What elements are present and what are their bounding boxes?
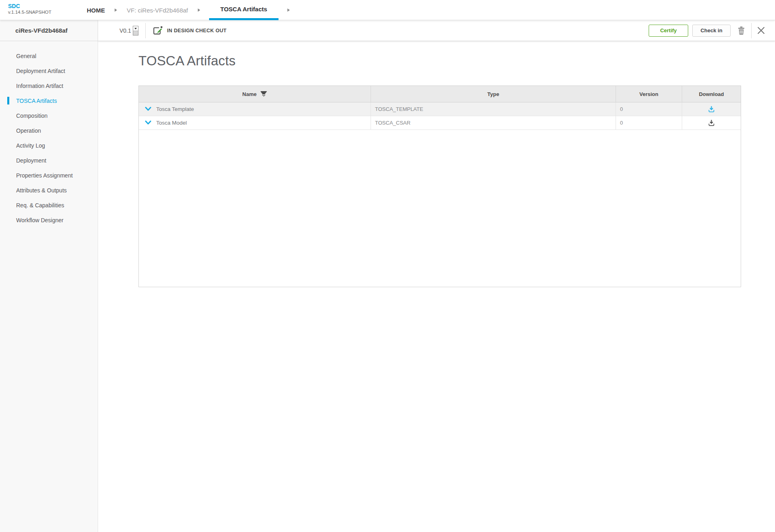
sidebar-item-tosca-artifacts[interactable]: TOSCA Artifacts (0, 93, 98, 108)
sidebar-item-label: Composition (16, 113, 48, 119)
version-label: V0.1 (119, 27, 131, 34)
artifact-type: TOSCA_TEMPLATE (375, 106, 423, 112)
chevron-down-icon (145, 121, 151, 125)
sidebar-item-composition[interactable]: Composition (0, 108, 98, 123)
artifact-name: Tosca Model (156, 120, 187, 126)
workspace-toolbar-row: ciRes-VFd2b468af V0.1 IN DESIGN CHECK OU… (0, 20, 775, 41)
download-icon (708, 119, 715, 126)
cell-name: Tosca Model (139, 116, 371, 129)
delete-button[interactable] (737, 26, 746, 35)
sidebar-item-operation[interactable]: Operation (0, 123, 98, 138)
breadcrumb-arrow-icon (287, 8, 290, 12)
cell-download[interactable] (682, 102, 741, 116)
artifact-type: TOSCA_CSAR (375, 120, 411, 126)
sidebar-item-information-artifact[interactable]: Information Artifact (0, 78, 98, 93)
main-content: TOSCA Artifacts Name Type Version Downlo… (98, 41, 775, 532)
column-header-label: Version (639, 91, 658, 97)
sidebar-menu: General Deployment Artifact Information … (0, 41, 98, 532)
download-icon (708, 106, 715, 113)
app-logo-text: SDC (8, 3, 51, 9)
sidebar-item-label: Req. & Capabilities (16, 202, 64, 209)
lifecycle-status: IN DESIGN CHECK OUT (153, 25, 226, 35)
tosca-artifacts-table: Name Type Version Download (138, 86, 741, 287)
sidebar-item-attributes-outputs[interactable]: Attributes & Outputs (0, 183, 98, 198)
column-header-name[interactable]: Name (139, 86, 371, 102)
lifecycle-status-text: IN DESIGN CHECK OUT (167, 28, 226, 33)
breadcrumb-arrow-icon (198, 8, 200, 12)
active-indicator (7, 97, 9, 104)
page-title: TOSCA Artifacts (138, 53, 236, 69)
column-header-label: Type (487, 91, 499, 97)
breadcrumb-vf[interactable]: VF: ciRes-VFd2b468af (126, 7, 189, 14)
sidebar-item-label: General (16, 53, 36, 59)
sidebar-item-label: TOSCA Artifacts (16, 98, 57, 104)
close-icon (757, 27, 765, 34)
breadcrumb-tosca-artifacts-active[interactable]: TOSCA Artifacts (209, 0, 279, 20)
sidebar-item-deployment[interactable]: Deployment (0, 153, 98, 168)
cell-version: 0 (616, 102, 682, 116)
cell-type: TOSCA_CSAR (371, 116, 616, 129)
toolbar-actions: Certify Check in (649, 23, 765, 38)
sidebar-item-label: Deployment Artifact (16, 68, 65, 74)
cell-version: 0 (616, 116, 682, 129)
sidebar-item-properties-assignment[interactable]: Properties Assignment (0, 168, 98, 183)
column-header-download[interactable]: Download (682, 86, 741, 102)
trash-icon (737, 26, 746, 35)
expand-row-button[interactable] (145, 121, 151, 125)
breadcrumb-home[interactable]: HOME (86, 7, 106, 14)
breadcrumb-arrow-icon (115, 8, 117, 12)
sidebar-item-label: Activity Log (16, 142, 45, 149)
toolbar: V0.1 IN DESIGN CHECK OUT Certify Check i… (98, 20, 775, 41)
top-header: SDC v.1.14.5-SNAPSHOT HOME VF: ciRes-VFd… (0, 0, 775, 20)
toolbar-divider (145, 23, 146, 38)
breadcrumb: HOME VF: ciRes-VFd2b468af TOSCA Artifact… (86, 0, 299, 20)
sidebar-item-label: Operation (16, 127, 41, 134)
sidebar-item-req-capabilities[interactable]: Req. & Capabilities (0, 198, 98, 213)
cell-name: Tosca Template (139, 102, 371, 116)
sidebar-item-activity-log[interactable]: Activity Log (0, 138, 98, 153)
app-logo[interactable]: SDC v.1.14.5-SNAPSHOT (8, 3, 51, 15)
sidebar-item-label: Attributes & Outputs (16, 187, 67, 194)
artifact-version: 0 (620, 106, 623, 112)
sort-triangle-icon (260, 91, 267, 94)
table-row-tosca-model[interactable]: Tosca Model TOSCA_CSAR 0 (139, 116, 741, 130)
chevron-down-icon (145, 107, 151, 111)
toolbar-divider (751, 23, 752, 38)
cell-type: TOSCA_TEMPLATE (371, 102, 616, 116)
column-header-version[interactable]: Version (616, 86, 682, 102)
expand-row-button[interactable] (145, 107, 151, 111)
table-row-tosca-template[interactable]: Tosca Template TOSCA_TEMPLATE 0 (139, 102, 741, 116)
resource-name-title: ciRes-VFd2b468af (15, 27, 67, 34)
content-row: General Deployment Artifact Information … (0, 41, 775, 532)
cell-download[interactable] (682, 116, 741, 129)
sidebar-header: ciRes-VFd2b468af (0, 20, 98, 41)
sidebar-item-workflow-designer[interactable]: Workflow Designer (0, 213, 98, 227)
sidebar-item-label: Deployment (16, 157, 46, 164)
artifact-name: Tosca Template (156, 106, 194, 112)
version-selector[interactable] (133, 26, 138, 35)
check-in-button[interactable]: Check in (692, 25, 731, 37)
dropdown-arrow-icon (134, 28, 137, 29)
column-header-label: Download (699, 91, 724, 97)
sidebar-item-general[interactable]: General (0, 48, 98, 63)
sidebar-item-label: Properties Assignment (16, 172, 73, 179)
table-header-row: Name Type Version Download (139, 86, 741, 102)
close-button[interactable] (757, 27, 765, 34)
column-header-type[interactable]: Type (371, 86, 616, 102)
sidebar-item-label: Workflow Designer (16, 217, 63, 223)
sort-icon (260, 91, 267, 97)
app-version-text: v.1.14.5-SNAPSHOT (8, 9, 51, 15)
artifact-version: 0 (620, 120, 623, 126)
dropdown-grip (133, 31, 138, 35)
sidebar-item-label: Information Artifact (16, 83, 63, 89)
sort-caret-icon (262, 94, 266, 97)
column-header-label: Name (242, 91, 256, 97)
checkout-edit-icon (153, 25, 163, 35)
certify-button[interactable]: Certify (649, 25, 688, 37)
sidebar-item-deployment-artifact[interactable]: Deployment Artifact (0, 63, 98, 78)
